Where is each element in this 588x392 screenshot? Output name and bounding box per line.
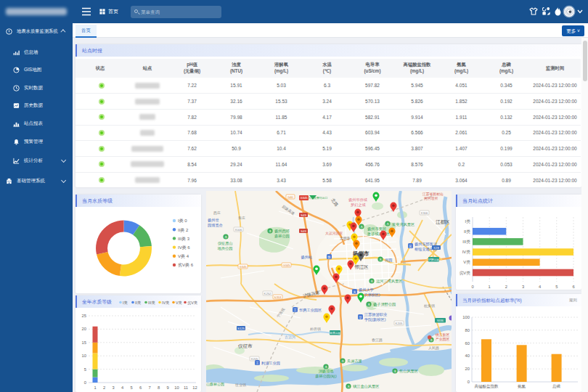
svg-text:0: 0	[471, 285, 473, 289]
svg-text:X006: X006	[235, 228, 242, 232]
svg-text:大运河国家: 大运河国家	[325, 231, 343, 235]
svg-text:劣V类 6: 劣V类 6	[178, 263, 194, 268]
svg-text:园博览会: 园博览会	[208, 223, 223, 228]
svg-text:朴席镇: 朴席镇	[309, 327, 321, 331]
svg-text:S353: S353	[274, 295, 282, 299]
svg-text:地质公园: 地质公园	[217, 246, 233, 250]
svg-text:0: 0	[467, 380, 470, 384]
svg-text:III类 3: III类 3	[178, 237, 190, 241]
svg-text:江苏旅游职业: 江苏旅游职业	[364, 312, 388, 317]
svg-text:瓜洲古渡: 瓜洲古渡	[347, 359, 362, 364]
svg-text:铁: 铁	[327, 255, 331, 259]
svg-text:10: 10	[82, 354, 86, 358]
svg-text:扬州西郊: 扬州西郊	[274, 229, 290, 234]
svg-text:G345: G345	[282, 264, 290, 267]
svg-text:何园: 何园	[385, 258, 392, 262]
svg-text:扬州大学: 扬州大学	[359, 287, 374, 293]
svg-text:5: 5	[84, 367, 86, 372]
svg-text:80: 80	[465, 328, 470, 332]
svg-text:梦幻之城: 梦幻之城	[351, 203, 366, 208]
svg-text:25: 25	[82, 314, 86, 318]
svg-text:运河三湾风景区: 运河三湾风景区	[376, 279, 402, 284]
svg-text:15: 15	[82, 340, 86, 345]
svg-text:IV类 6: IV类 6	[178, 245, 190, 250]
svg-text:G345: G345	[239, 265, 247, 269]
svg-text:S125: S125	[237, 327, 245, 330]
svg-text:S49: S49	[301, 229, 306, 233]
svg-text:劣V类: 劣V类	[460, 271, 471, 276]
svg-text:4: 4	[121, 385, 124, 390]
svg-text:I类: I类	[123, 301, 128, 305]
svg-text:枢纽交通中心: 枢纽交通中心	[415, 247, 438, 251]
svg-text:学院(新校区): 学院(新校区)	[364, 317, 386, 322]
svg-text:人民路: 人民路	[428, 346, 439, 350]
svg-text:山森林公园: 山森林公园	[206, 382, 224, 387]
svg-text:古运河: 古运河	[285, 335, 295, 340]
svg-text:大明寺: 大明寺	[340, 236, 351, 240]
svg-text:江苏省郭村仙: 江苏省郭村仙	[422, 192, 444, 197]
svg-text:20: 20	[82, 327, 86, 331]
svg-text:8: 8	[158, 385, 160, 390]
svg-text:1: 1	[489, 285, 491, 289]
svg-text:1: 1	[94, 385, 96, 390]
svg-text:森林公园(站): 森林公园(站)	[315, 374, 337, 379]
svg-text:客: 客	[409, 245, 412, 248]
svg-text:10: 10	[174, 385, 179, 390]
svg-text:工: 工	[256, 361, 259, 365]
svg-text:V类 4: V类 4	[178, 254, 189, 258]
svg-text:I类 0: I类 0	[178, 219, 187, 223]
svg-text:IV类: IV类	[162, 301, 170, 305]
svg-text:X205: X205	[251, 357, 258, 361]
svg-text:氨氮: 氨氮	[518, 384, 526, 388]
svg-text:镇江新区: 镇江新区	[435, 332, 449, 337]
svg-text:K205: K205	[396, 322, 403, 325]
svg-text:7: 7	[148, 385, 150, 390]
svg-text:润扬湿地: 润扬湿地	[319, 369, 335, 374]
svg-text:2: 2	[103, 385, 105, 390]
svg-text:朱庄: 朱庄	[238, 216, 245, 220]
svg-text:仪征市: 仪征市	[238, 343, 253, 348]
svg-text:西庄: 西庄	[213, 211, 221, 216]
svg-text:春江路: 春江路	[372, 338, 383, 343]
svg-text:K252: K252	[264, 292, 271, 295]
svg-text:学: 学	[359, 316, 362, 319]
svg-text:2: 2	[505, 285, 507, 289]
svg-text:闸管理所: 闸管理所	[424, 196, 438, 201]
svg-text:总磷: 总磷	[552, 384, 561, 388]
svg-text:世业镇: 世业镇	[234, 383, 246, 387]
svg-text:III类: III类	[148, 301, 155, 305]
svg-text:焦山风景区: 焦山风景区	[399, 369, 418, 373]
svg-text:III类: III类	[462, 240, 470, 244]
svg-text:劣V类: 劣V类	[187, 301, 198, 306]
svg-text:6: 6	[572, 285, 574, 289]
svg-text:9: 9	[166, 385, 168, 390]
svg-text:森林公园: 森林公园	[274, 234, 290, 238]
svg-text:100: 100	[462, 315, 470, 319]
svg-text:3: 3	[522, 285, 524, 289]
svg-text:5: 5	[555, 285, 558, 289]
svg-text:11: 11	[184, 385, 188, 390]
svg-text:扬子津野公园: 扬子津野公园	[373, 302, 396, 307]
svg-text:G345: G345	[300, 196, 308, 200]
svg-text:华腾工业园区: 华腾工业园区	[299, 308, 322, 313]
svg-text:江都区: 江都区	[436, 219, 450, 225]
svg-text:工: 工	[293, 308, 297, 312]
svg-text:II类 2: II类 2	[178, 228, 189, 232]
svg-text:40: 40	[465, 354, 470, 358]
svg-text:杭集镇: 杭集镇	[423, 303, 435, 309]
svg-text:扬溧高速: 扬溧高速	[329, 331, 340, 335]
svg-text:V类: V类	[176, 301, 183, 305]
svg-text:镇江金山风景区: 镇江金山风景区	[353, 384, 379, 389]
svg-text:扬州华侨城: 扬州华侨城	[348, 197, 367, 203]
svg-text:I类: I类	[465, 219, 471, 224]
svg-text:S49: S49	[301, 213, 306, 217]
svg-text:利浦工业园: 利浦工业园	[261, 361, 280, 366]
svg-text:6: 6	[139, 385, 142, 390]
svg-text:20: 20	[465, 367, 470, 371]
svg-text:大: 大	[353, 290, 356, 294]
svg-text:扬州东部客运: 扬州东部客运	[415, 242, 437, 247]
svg-text:IV类: IV类	[462, 250, 470, 254]
svg-text:高锰酸盐指数: 高锰酸盐指数	[475, 384, 499, 389]
svg-text:仪征原山: 仪征原山	[218, 241, 233, 245]
svg-text:0: 0	[84, 380, 86, 385]
